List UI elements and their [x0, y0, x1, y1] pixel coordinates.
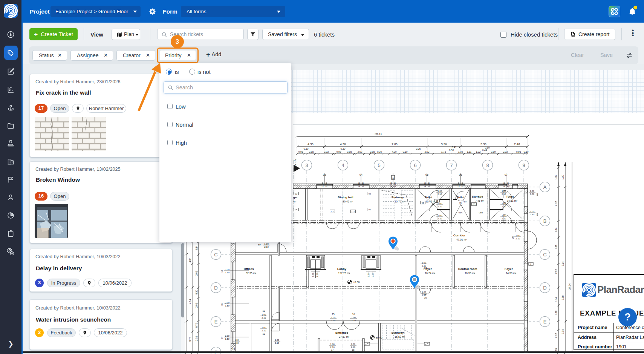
svg-text:2.10: 2.10 [437, 218, 442, 220]
svg-text:2.02: 2.02 [555, 201, 557, 206]
svg-text:2.00: 2.00 [321, 182, 324, 187]
svg-text:2.02: 2.02 [503, 150, 508, 153]
svg-text:1.50: 1.50 [367, 273, 370, 277]
svg-text:4.30: 4.30 [307, 143, 314, 146]
svg-text:0.98: 0.98 [370, 150, 375, 153]
svg-text:2.10: 2.10 [262, 317, 266, 319]
svg-text:9.14: 9.14 [561, 261, 564, 266]
svg-text:Stairway: Stairway [392, 331, 404, 334]
svg-text:10: 10 [424, 296, 427, 299]
svg-text:1.00: 1.00 [530, 190, 534, 192]
svg-text:0.30: 0.30 [403, 150, 408, 153]
svg-text:24.24: 24.24 [568, 283, 571, 290]
svg-text:15.75 m²: 15.75 m² [395, 200, 405, 203]
svg-text:1.00: 1.00 [516, 234, 520, 237]
svg-text:A: A [543, 184, 547, 190]
svg-text:2.00: 2.00 [225, 335, 229, 337]
svg-text:Toilet: Toilet [506, 195, 514, 198]
svg-text:ger: ger [293, 196, 298, 199]
svg-text:0.98: 0.98 [309, 150, 314, 153]
svg-text:D: D [214, 285, 217, 291]
svg-text:2.00: 2.00 [424, 182, 426, 187]
svg-text:2.02: 2.02 [555, 269, 557, 274]
svg-text:2.10: 2.10 [372, 273, 374, 277]
svg-text:C: C [214, 252, 217, 257]
svg-text:E: E [543, 319, 547, 325]
svg-text:12: 12 [262, 310, 265, 312]
svg-text:4.00: 4.00 [392, 150, 397, 153]
svg-text:1.00: 1.00 [502, 215, 506, 217]
svg-text:2.00: 2.00 [457, 182, 460, 187]
svg-text:3.84: 3.84 [561, 329, 564, 334]
svg-text:0.84: 0.84 [195, 245, 198, 250]
svg-text:1.00: 1.00 [437, 202, 442, 205]
svg-text:1.00: 1.00 [422, 291, 426, 293]
svg-text:18: 18 [221, 270, 223, 273]
svg-text:2.10: 2.10 [502, 218, 506, 220]
svg-text:02: 02 [369, 193, 371, 195]
svg-text:3.89: 3.89 [561, 295, 564, 300]
svg-text:2.00: 2.00 [390, 182, 392, 187]
svg-text:0.84: 0.84 [555, 297, 557, 302]
svg-text:1.00: 1.00 [235, 342, 239, 344]
svg-text:1.00: 1.00 [330, 343, 335, 345]
svg-text:1.02: 1.02 [476, 150, 481, 153]
svg-text:16.50 m²: 16.50 m² [465, 272, 475, 274]
svg-text:18: 18 [352, 348, 355, 351]
svg-text:3.96: 3.96 [441, 143, 447, 146]
svg-text:1.32: 1.32 [555, 175, 557, 179]
svg-text:1.00: 1.00 [422, 262, 426, 264]
svg-text:1.00: 1.00 [235, 339, 239, 341]
svg-text:Storage: Storage [472, 195, 483, 198]
svg-text:15.52 m²: 15.52 m² [395, 336, 405, 338]
svg-text:2.02: 2.02 [555, 333, 557, 338]
svg-text:0.80: 0.80 [530, 193, 534, 195]
svg-text:E: E [214, 319, 218, 325]
svg-text:2.10: 2.10 [437, 205, 442, 208]
svg-text:0.30: 0.30 [377, 150, 382, 153]
svg-text:20: 20 [512, 236, 514, 239]
svg-text:1.00: 1.00 [351, 316, 356, 319]
svg-text:2.00: 2.00 [225, 302, 229, 304]
svg-text:1.50: 1.50 [461, 182, 463, 187]
svg-text:14.58 m²: 14.58 m² [506, 272, 516, 274]
svg-text:D: D [543, 285, 546, 291]
svg-text:1.00: 1.00 [275, 339, 279, 341]
svg-text:1.50: 1.50 [225, 305, 229, 307]
svg-text:5.38: 5.38 [480, 143, 486, 146]
svg-text:9: 9 [522, 162, 525, 168]
svg-text:2.10: 2.10 [262, 329, 266, 332]
svg-text:7.45 m²: 7.45 m² [475, 199, 484, 202]
svg-text:1.50: 1.50 [362, 182, 364, 187]
svg-text:Offices: Offices [243, 267, 254, 271]
svg-text:4.30: 4.30 [340, 143, 346, 146]
svg-text:0.80: 0.80 [530, 213, 534, 216]
svg-text:8: 8 [486, 162, 489, 168]
svg-text:13: 13 [262, 333, 265, 335]
svg-text:1.00: 1.00 [437, 190, 442, 192]
svg-text:Foyer: Foyer [505, 267, 513, 271]
svg-text:0.26: 0.26 [416, 147, 421, 150]
svg-text:1.50: 1.50 [507, 182, 509, 187]
svg-text:0.98: 0.98 [298, 150, 303, 153]
svg-text:2.00: 2.00 [225, 268, 229, 271]
svg-text:0.30: 0.30 [304, 147, 309, 150]
svg-text:1.73: 1.73 [441, 150, 446, 153]
svg-text:07: 07 [505, 173, 508, 176]
svg-text:14: 14 [232, 348, 235, 351]
svg-text:7: 7 [450, 162, 453, 168]
svg-text:0.99: 0.99 [337, 150, 341, 153]
svg-text:0.30: 0.30 [195, 290, 198, 294]
svg-text:0.70: 0.70 [195, 323, 198, 328]
svg-text:0.30: 0.30 [485, 146, 490, 149]
svg-text:1.00: 1.00 [437, 215, 442, 217]
svg-text:2.10: 2.10 [516, 238, 520, 240]
svg-text:1.50: 1.50 [428, 182, 430, 187]
svg-text:Dining hall: Dining hall [338, 196, 353, 199]
svg-text:Toilet: Toilet [457, 196, 465, 199]
svg-text:1.00: 1.00 [331, 316, 335, 319]
svg-text:06: 06 [459, 173, 462, 176]
svg-text:2.02: 2.02 [195, 271, 198, 276]
svg-text:08: 08 [536, 193, 538, 196]
svg-text:0.44: 0.44 [482, 149, 487, 152]
